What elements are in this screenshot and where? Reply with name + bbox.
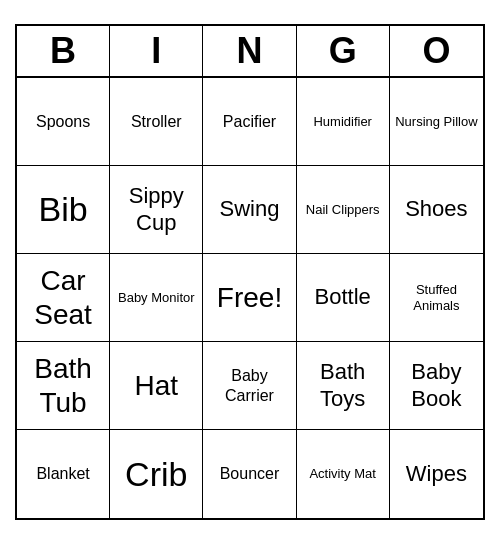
bingo-card: BINGO SpoonsStrollerPacifierHumidifierNu…	[15, 24, 485, 520]
bingo-cell-6: Sippy Cup	[110, 166, 203, 254]
bingo-cell-13: Bottle	[297, 254, 390, 342]
bingo-cell-11: Baby Monitor	[110, 254, 203, 342]
bingo-cell-22: Bouncer	[203, 430, 296, 518]
header-letter-O: O	[390, 26, 483, 76]
bingo-cell-21: Crib	[110, 430, 203, 518]
bingo-cell-1: Stroller	[110, 78, 203, 166]
header-letter-G: G	[297, 26, 390, 76]
bingo-cell-24: Wipes	[390, 430, 483, 518]
bingo-cell-9: Shoes	[390, 166, 483, 254]
bingo-cell-15: Bath Tub	[17, 342, 110, 430]
bingo-cell-20: Blanket	[17, 430, 110, 518]
bingo-cell-7: Swing	[203, 166, 296, 254]
bingo-cell-0: Spoons	[17, 78, 110, 166]
bingo-cell-19: Baby Book	[390, 342, 483, 430]
bingo-cell-4: Nursing Pillow	[390, 78, 483, 166]
header-letter-B: B	[17, 26, 110, 76]
bingo-cell-8: Nail Clippers	[297, 166, 390, 254]
bingo-header: BINGO	[17, 26, 483, 78]
header-letter-N: N	[203, 26, 296, 76]
bingo-cell-14: Stuffed Animals	[390, 254, 483, 342]
header-letter-I: I	[110, 26, 203, 76]
bingo-cell-5: Bib	[17, 166, 110, 254]
bingo-cell-3: Humidifier	[297, 78, 390, 166]
bingo-cell-12: Free!	[203, 254, 296, 342]
bingo-cell-17: Baby Carrier	[203, 342, 296, 430]
bingo-cell-16: Hat	[110, 342, 203, 430]
bingo-cell-2: Pacifier	[203, 78, 296, 166]
bingo-grid: SpoonsStrollerPacifierHumidifierNursing …	[17, 78, 483, 518]
bingo-cell-18: Bath Toys	[297, 342, 390, 430]
bingo-cell-10: Car Seat	[17, 254, 110, 342]
bingo-cell-23: Activity Mat	[297, 430, 390, 518]
